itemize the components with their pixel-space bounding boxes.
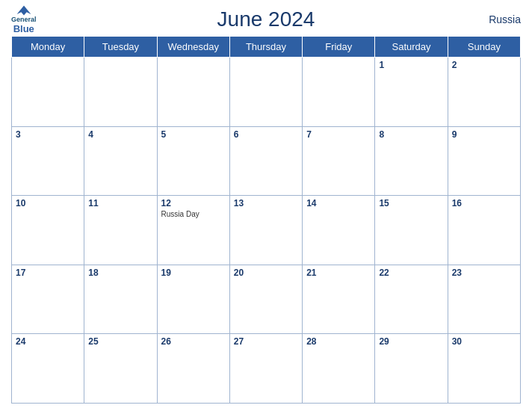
calendar-cell: 20: [229, 265, 302, 334]
weekday-header-friday: Friday: [303, 37, 375, 58]
day-number: 2: [452, 60, 516, 70]
day-number: 4: [88, 129, 152, 140]
calendar-cell: [303, 58, 375, 127]
weekday-header-row: MondayTuesdayWednesdayThursdayFridaySatu…: [12, 37, 521, 58]
day-number: 18: [88, 268, 152, 278]
calendar-cell: 14: [303, 196, 375, 265]
day-number: 11: [88, 198, 152, 208]
day-number: 3: [16, 129, 80, 140]
calendar-cell: 4: [84, 126, 157, 196]
calendar-week-row: 12: [12, 58, 521, 127]
day-number: 15: [379, 198, 443, 208]
calendar-week-row: 17181920212223: [12, 265, 521, 334]
day-number: 26: [161, 336, 226, 347]
calendar-cell: 28: [303, 334, 375, 404]
calendar-cell: 10: [12, 196, 84, 265]
calendar-cell: [157, 58, 229, 127]
weekday-header-thursday: Thursday: [229, 37, 302, 58]
calendar-cell: 1: [375, 58, 448, 127]
country-label: Russia: [489, 13, 521, 25]
day-number: 27: [234, 336, 298, 347]
calendar-week-row: 101112Russia Day13141516: [12, 196, 521, 265]
calendar-cell: 5: [157, 126, 229, 196]
day-number: 12: [161, 198, 226, 208]
day-number: 7: [306, 129, 371, 140]
calendar-cell: 21: [303, 265, 375, 334]
weekday-header-tuesday: Tuesday: [84, 37, 157, 58]
calendar-cell: 23: [448, 265, 520, 334]
calendar-week-row: 3456789: [12, 126, 521, 196]
weekday-header-sunday: Sunday: [448, 37, 520, 58]
day-number: 21: [306, 268, 371, 278]
calendar-header: General Blue June 2024 Russia: [11, 7, 521, 31]
calendar-cell: 13: [229, 196, 302, 265]
day-event: Russia Day: [161, 210, 226, 218]
calendar-cell: 18: [84, 265, 157, 334]
day-number: 17: [16, 268, 80, 278]
calendar-cell: 27: [229, 334, 302, 404]
day-number: 6: [234, 129, 298, 140]
calendar-cell: 29: [375, 334, 448, 404]
calendar-cell: 7: [303, 126, 375, 196]
calendar-cell: 12Russia Day: [157, 196, 229, 265]
calendar-cell: 15: [375, 196, 448, 265]
calendar-cell: [84, 58, 157, 127]
calendar-table: MondayTuesdayWednesdayThursdayFridaySatu…: [11, 36, 521, 404]
calendar-cell: 2: [448, 58, 520, 127]
day-number: 23: [452, 268, 516, 278]
day-number: 10: [16, 198, 80, 208]
day-number: 24: [16, 336, 80, 347]
day-number: 22: [379, 268, 443, 278]
calendar-cell: 9: [448, 126, 520, 196]
calendar-cell: 30: [448, 334, 520, 404]
calendar-cell: 16: [448, 196, 520, 265]
svg-marker-0: [16, 5, 31, 15]
day-number: 16: [452, 198, 516, 208]
logo-blue-text: Blue: [13, 24, 34, 34]
weekday-header-monday: Monday: [12, 37, 84, 58]
calendar-cell: 17: [12, 265, 84, 334]
calendar-cell: 6: [229, 126, 302, 196]
day-number: 19: [161, 268, 226, 278]
weekday-header-wednesday: Wednesday: [157, 37, 229, 58]
day-number: 8: [379, 129, 443, 140]
day-number: 29: [379, 336, 443, 347]
calendar-cell: 19: [157, 265, 229, 334]
calendar-week-row: 24252627282930: [12, 334, 521, 404]
calendar-cell: [229, 58, 302, 127]
weekday-header-saturday: Saturday: [375, 37, 448, 58]
day-number: 25: [88, 336, 152, 347]
day-number: 28: [306, 336, 371, 347]
calendar-cell: 25: [84, 334, 157, 404]
day-number: 14: [306, 198, 371, 208]
logo-icon: [16, 4, 32, 16]
day-number: 13: [234, 198, 298, 208]
calendar-cell: 26: [157, 334, 229, 404]
day-number: 5: [161, 129, 226, 140]
calendar-cell: 3: [12, 126, 84, 196]
logo: General Blue: [11, 4, 37, 34]
day-number: 20: [234, 268, 298, 278]
calendar-cell: 22: [375, 265, 448, 334]
page-title: June 2024: [217, 7, 315, 31]
day-number: 9: [452, 129, 516, 140]
calendar-cell: 8: [375, 126, 448, 196]
day-number: 1: [379, 60, 443, 70]
day-number: 30: [452, 336, 516, 347]
calendar-cell: 11: [84, 196, 157, 265]
calendar-cell: 24: [12, 334, 84, 404]
calendar-cell: [12, 58, 84, 127]
